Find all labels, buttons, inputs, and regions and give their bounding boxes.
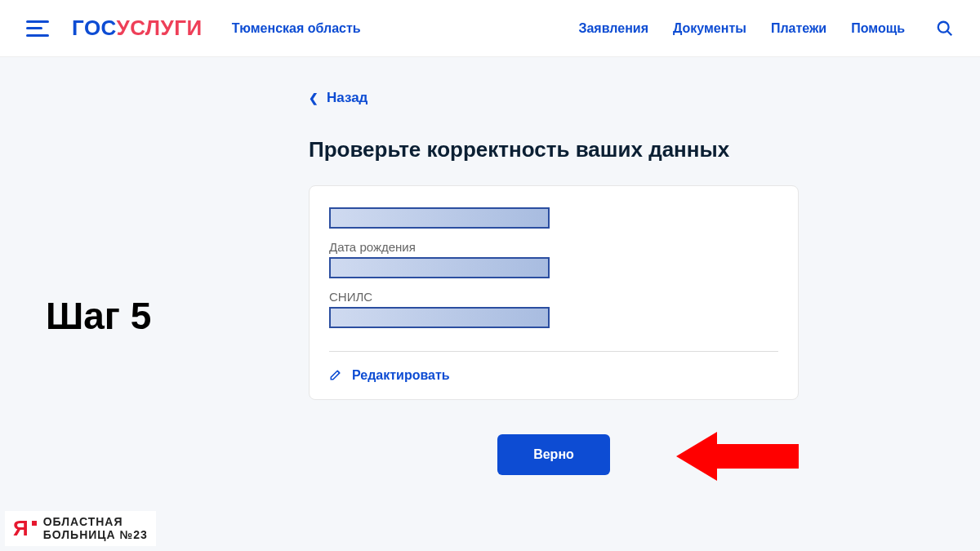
snils-label: СНИЛС — [329, 290, 778, 304]
header-bar: госуслуги Тюменская область Заявления До… — [0, 0, 980, 57]
arrow-annotation — [676, 432, 799, 481]
data-card: Дата рождения СНИЛС Редактировать — [309, 185, 799, 400]
logo-part-1: гос — [72, 16, 117, 40]
dob-label: Дата рождения — [329, 240, 778, 254]
nav-applications[interactable]: Заявления — [578, 21, 648, 36]
logo-part-2: услуги — [117, 16, 203, 40]
submit-row: Верно — [309, 434, 799, 475]
nav-payments[interactable]: Платежи — [771, 21, 826, 36]
nav-documents[interactable]: Документы — [673, 21, 746, 36]
page-title: Проверьте корректность ваших данных — [309, 137, 799, 162]
main-column: ❮ Назад Проверьте корректность ваших дан… — [309, 57, 799, 475]
step-annotation: Шаг 5 — [46, 294, 151, 338]
svg-point-0 — [938, 21, 949, 32]
dob-value-redacted — [329, 257, 550, 278]
edit-label: Редактировать — [352, 368, 450, 383]
svg-marker-2 — [676, 432, 799, 481]
hospital-text: ОБЛАСТНАЯ БОЛЬНИЦА №23 — [43, 516, 148, 541]
search-icon[interactable] — [936, 20, 954, 38]
snils-value-redacted — [329, 307, 550, 328]
hospital-line2: БОЛЬНИЦА №23 — [43, 529, 148, 541]
name-value-redacted — [329, 207, 550, 229]
site-logo[interactable]: госуслуги — [72, 16, 203, 41]
region-selector[interactable]: Тюменская область — [232, 21, 361, 36]
card-divider — [329, 351, 778, 352]
pencil-icon — [329, 367, 344, 384]
confirm-button[interactable]: Верно — [497, 434, 610, 475]
hospital-logo: Я ОБЛАСТНАЯ БОЛЬНИЦА №23 — [5, 511, 156, 546]
content: Шаг 5 ❮ Назад Проверьте корректность ваш… — [0, 57, 980, 475]
hospital-line1: ОБЛАСТНАЯ — [43, 516, 148, 528]
back-link[interactable]: ❮ Назад — [309, 90, 799, 106]
svg-line-1 — [947, 30, 952, 35]
hospital-mark: Я — [13, 516, 37, 541]
back-label: Назад — [327, 90, 368, 106]
edit-link[interactable]: Редактировать — [310, 367, 798, 384]
menu-icon[interactable] — [26, 20, 49, 37]
chevron-left-icon: ❮ — [309, 91, 318, 104]
nav-help[interactable]: Помощь — [851, 21, 905, 36]
header-nav: Заявления Документы Платежи Помощь — [578, 20, 954, 38]
